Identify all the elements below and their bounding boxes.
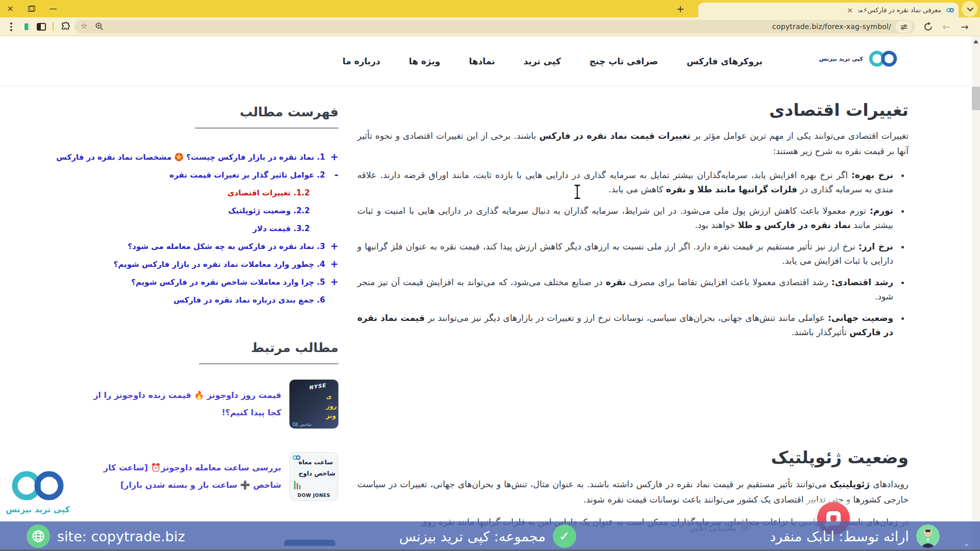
page-content: تغییرات اقتصادی تغییرات اقتصادی می‌توانن… (0, 86, 980, 551)
related-article-dowjones-hours[interactable]: ساعت معاه شاخص داوج DOW JONES بررسی ساعت… (89, 452, 338, 501)
bar-collection-badge: ✓ مجموعه: کپی ترید بیزنس (399, 521, 576, 551)
related-thumbnail-dowjones[interactable]: ساعت معاه شاخص داوج DOW JONES (289, 452, 338, 501)
bullet-global-situation: وضعیت جهانی: عواملی مانند تنش‌های جهانی،… (357, 311, 895, 339)
bar-collection-text: مجموعه: کپی ترید بیزنس (399, 529, 546, 544)
side-panel-icon[interactable] (36, 17, 47, 36)
presenter-avatar (916, 524, 940, 548)
related-title: مطالب مرتبط (199, 340, 338, 364)
nav-item-symbols[interactable]: نمادها (469, 56, 495, 66)
scrollbar-up-arrow[interactable] (973, 40, 978, 43)
thumb-overlay-text: ی روز ونز (326, 393, 337, 419)
nav-item-specials[interactable]: ویژه ها (409, 56, 440, 66)
thumb-caption: DOW JONES (290, 493, 338, 498)
bullet-exchange-rate: نرخ ارز: نرخ ارز نیز تأثیر مستقیم بر قیم… (357, 239, 895, 268)
nav-item-about[interactable]: درباره ما (342, 56, 380, 66)
bar-presenter-badge: ارائه توسط: اتابک منفرد (770, 521, 940, 551)
expand-plus-icon[interactable]: + (325, 259, 338, 269)
scrollbar-thumb[interactable] (972, 87, 980, 110)
reload-icon[interactable] (921, 17, 935, 36)
thumb-badge-text: NYSE (309, 382, 327, 390)
new-tab-button[interactable]: + (674, 2, 687, 15)
table-of-contents: + 1. نماد نقره در بازار فارکس چیست؟ 🏵️ م… (89, 148, 338, 309)
address-bar[interactable]: ☆ copytrade.biz/forex-xag-symbol/ (75, 20, 915, 34)
intro-paragraph: تغییرات اقتصادی می‌توانند یکی از مهم تری… (357, 128, 909, 159)
toc-item-5[interactable]: + 5. چرا وارد معاملات شاخص نقره در فارکس… (89, 273, 338, 291)
collapse-minus-icon[interactable]: - (325, 170, 338, 180)
site-logo[interactable]: کپی ترید بیزنس (819, 48, 899, 69)
nav-item-topchange-exchange[interactable]: صرافی تاپ چنج (590, 56, 658, 66)
toc-item-4[interactable]: + 4. چطور وارد معاملات نماد نقره در بازا… (89, 255, 338, 273)
toc-item-label: 4. چطور وارد معاملات نماد نقره در بازار … (114, 260, 325, 269)
toolbar-divider (53, 22, 54, 31)
bar-site-text: site: copytrade.biz (57, 529, 185, 544)
bullet-inflation: تورم: تورم معمولا باعث کاهش ارزش پول ملی… (357, 204, 895, 232)
zoom-magnifier-icon[interactable] (95, 22, 104, 33)
url-text[interactable]: copytrade.biz/forex-xag-symbol/ (772, 22, 891, 31)
toc-item-3[interactable]: + 3. نماد نقره در فارکس به چه شکل معامله… (89, 237, 338, 255)
watermark-brand-text: کپی ترید بیزنس (5, 505, 70, 514)
forward-arrow-icon[interactable]: ← (939, 17, 953, 36)
bar-presenter-text: ارائه توسط: اتابک منفرد (770, 529, 909, 544)
extensions-puzzle-icon[interactable] (59, 17, 71, 36)
bookmark-star-icon[interactable]: ☆ (81, 21, 87, 31)
toc-item-2-2[interactable]: 2.2. وضعیت ژئوپلتیک (89, 202, 338, 219)
bar-site-badge: site: copytrade.biz (27, 521, 185, 551)
expand-plus-icon[interactable]: + (325, 277, 338, 287)
browser-tab[interactable]: × معرفی نماد نقره در فارکس⚡معا (698, 3, 959, 17)
bullet-interest-rate: نرخ بهره: اگر نرخ بهره افزایش یابد، سرما… (357, 168, 895, 196)
toc-item-label: 6. جمع بندی درباره نماد نقره در فارکس (174, 295, 325, 305)
economic-factors-list: نرخ بهره: اگر نرخ بهره افزایش یابد، سرما… (357, 168, 909, 339)
extension-icon[interactable] (20, 17, 32, 36)
browser-tab-strip: × — + × معرفی نماد نقره در فارکس⚡معا (0, 0, 980, 17)
tab-close-icon[interactable]: × (846, 6, 854, 14)
toc-item-label: 2.2. وضعیت ژئوپلتیک (228, 206, 310, 215)
related-article-dowjones-price[interactable]: NYSE ی روز ونز شاخص DJI قیمت روز داوجونز… (89, 380, 338, 429)
tab-search-button[interactable] (962, 1, 977, 17)
thumb-candles-decoration (294, 481, 301, 489)
toc-item-label: 3.2. قیمت دلار (253, 224, 310, 233)
window-minimize-icon[interactable]: — (49, 5, 57, 13)
toc-item-label: 3. نماد نقره در فارکس به چه شکل معامله م… (128, 242, 325, 251)
thumb-caption: شاخص DJI (292, 422, 311, 427)
toc-item-label: 2. عوامل تاثیر گذار بر تغیرات قیمت نقره (169, 170, 325, 180)
toc-item-2-3[interactable]: 3.2. قیمت دلار (89, 219, 338, 237)
window-controls: × — (6, 0, 57, 17)
chevron-down-icon (967, 5, 974, 12)
page-scrollbar[interactable] (972, 36, 980, 551)
site-header: کپی ترید بیزنس بروکرهای فارکس صرافی تاپ … (0, 36, 980, 86)
site-logo-text: کپی ترید بیزنس (819, 56, 863, 62)
toc-item-1[interactable]: + 1. نماد نقره در بازار فارکس چیست؟ 🏵️ م… (89, 148, 338, 166)
bullet-economic-growth: رشد اقتصادی: رشد اقتصادی معمولا باعث افز… (357, 275, 895, 304)
thumb-overlay-text: ساعت معاه شاخص داوج (299, 459, 335, 477)
nav-item-copytrade[interactable]: کپی ترید (524, 56, 561, 66)
site-settings-tune-icon[interactable] (896, 21, 912, 33)
related-thumbnail-nyse[interactable]: NYSE ی روز ونز شاخص DJI (289, 380, 338, 429)
toc-item-label: 5. چرا وارد معاملات شاخص نقره در فارکس ش… (131, 278, 325, 287)
expand-plus-icon[interactable]: + (325, 152, 338, 162)
window-restore-icon[interactable] (28, 5, 36, 13)
toc-item-label: 1. نماد نقره در بازار فارکس چیست؟ 🏵️ مشخ… (56, 153, 325, 162)
related-link-label[interactable]: قیمت روز داوجونز 🔥 قیمت زنده داوجونز را … (89, 387, 281, 421)
menu-kebab-icon[interactable] (7, 17, 15, 36)
toc-item-2[interactable]: - 2. عوامل تاثیر گذار بر تغیرات قیمت نقر… (89, 166, 338, 184)
bottom-info-bar: site: copytrade.biz ✓ مجموعه: کپی ترید ب… (0, 521, 980, 551)
back-arrow-icon[interactable]: → (958, 17, 972, 36)
checkmark-icon: ✓ (553, 524, 576, 548)
infinity-logo-icon (867, 48, 899, 69)
main-navigation: بروکرهای فارکس صرافی تاپ چنج کپی ترید نم… (342, 36, 763, 86)
site-favicon (946, 7, 954, 13)
section-heading-economic: تغییرات اقتصادی (357, 100, 909, 120)
text-cursor-ibeam (573, 184, 582, 202)
globe-icon (27, 524, 50, 548)
expand-plus-icon[interactable]: + (325, 241, 338, 251)
tab-title: معرفی نماد نقره در فارکس⚡معا (859, 6, 941, 14)
related-link-label[interactable]: بررسی ساعت معامله داوجونز⏰ [ساعت کار شاخ… (89, 459, 281, 494)
browser-toolbar: ☆ copytrade.biz/forex-xag-symbol/ ← → (0, 17, 980, 36)
infinity-logo-icon (7, 467, 68, 505)
toc-item-6[interactable]: 6. جمع بندی درباره نماد نقره در فارکس (89, 291, 338, 309)
chevron-down-small-icon[interactable]: ⌄ (964, 540, 969, 547)
nav-item-forex-brokers[interactable]: بروکرهای فارکس (687, 56, 763, 66)
window-close-icon[interactable]: × (6, 5, 14, 13)
toc-item-2-1-active[interactable]: 1.2. تغییرات اقتصادی (89, 184, 338, 202)
watermark-logo: کپی ترید بیزنس (5, 467, 70, 514)
